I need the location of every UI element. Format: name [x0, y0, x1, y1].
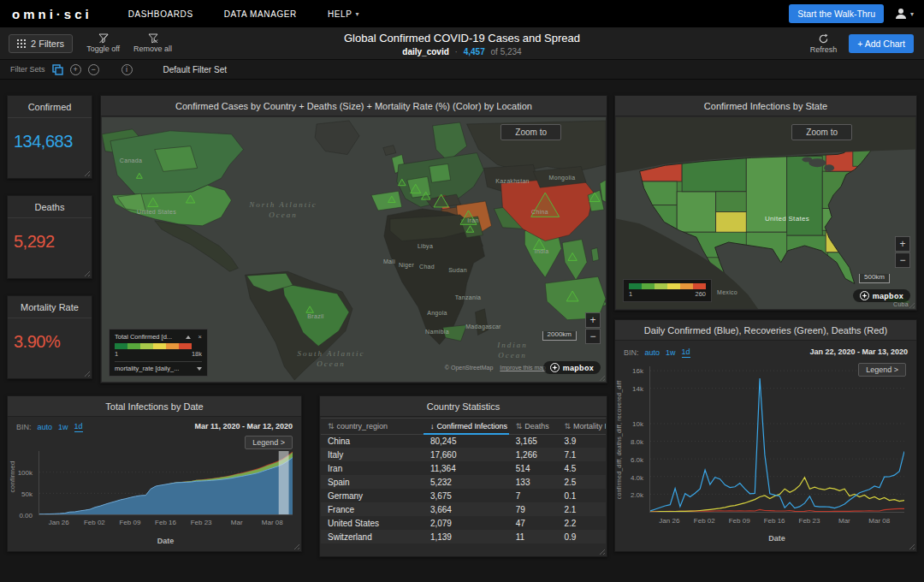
table-row-china[interactable]: China80,2453,1653.9	[321, 434, 606, 448]
nav-item-dashboards[interactable]: DASHBOARDS	[128, 9, 193, 19]
date-selection-band[interactable]	[279, 451, 289, 514]
series-confirmed_diff	[650, 378, 904, 511]
legend-color-step	[166, 343, 179, 349]
column-header-deaths[interactable]: ⇅Deaths	[509, 419, 558, 435]
y-tick-label: 6.0k	[631, 455, 643, 463]
table-cell: 80,245	[424, 434, 509, 448]
resize-handle[interactable]	[82, 269, 90, 276]
us-zoom-to-button[interactable]: Zoom to	[791, 124, 852, 140]
zoom-out-button[interactable]: −	[895, 252, 910, 268]
column-header-confirmed-infections[interactable]: ↓Confirmed Infections	[424, 419, 509, 435]
world-map-card: Confirmed Cases by Country + Deaths (Siz…	[100, 95, 607, 383]
legend-button[interactable]: Legend >	[858, 363, 906, 377]
table-cell: 7	[509, 489, 558, 502]
nav-item-help[interactable]: HELP▾	[328, 9, 359, 19]
table-row-spain[interactable]: Spain5,2321332.5	[321, 475, 606, 489]
kpi-card-confirmed: Confirmed 134,683	[7, 95, 92, 179]
info-icon[interactable]: i	[121, 64, 133, 75]
daily-bin-1w[interactable]: 1w	[666, 348, 676, 357]
mapbox-logo[interactable]: mapbox	[543, 361, 601, 374]
header-right-tools: Refresh + Add Chart	[810, 33, 914, 54]
expand-icon[interactable]	[197, 367, 202, 371]
kpi-card-mortality-rate: Mortality Rate 3.90%	[7, 295, 92, 379]
resize-handle[interactable]	[907, 542, 915, 549]
us-map-card: Confirmed Infections by State	[614, 95, 917, 311]
table-scroll-area[interactable]: ⇅country_region↓Confirmed Infections⇅Dea…	[321, 418, 606, 555]
remove-all-label: Remove all	[133, 45, 172, 53]
area-bin-auto[interactable]: auto	[38, 423, 53, 431]
osm-attribution[interactable]: © OpenStreetMap	[445, 365, 494, 371]
collapse-icon[interactable]	[186, 336, 191, 339]
area-chart-card: Total Infections by Date BIN:auto1w1d Ma…	[7, 395, 302, 552]
refresh-button[interactable]: Refresh	[810, 33, 838, 54]
world-map[interactable]: CanadaUnited StatesBrazilKazakhstanMongo…	[102, 117, 606, 382]
daily-bin-1d[interactable]: 1d	[682, 347, 690, 358]
nav-item-data-manager[interactable]: DATA MANAGER	[224, 9, 297, 19]
daily-bin-auto[interactable]: auto	[645, 348, 660, 357]
add-chart-button[interactable]: + Add Chart	[849, 34, 914, 53]
scale-max: 18k	[192, 350, 202, 358]
remove-filter-set-icon[interactable]: −	[88, 64, 99, 75]
column-label: Confirmed Infections	[436, 422, 507, 431]
dataset-name[interactable]: daily_covid	[402, 47, 448, 56]
remove-all-button[interactable]: Remove all	[133, 33, 172, 53]
nav-item-label: DATA MANAGER	[224, 9, 297, 19]
table-cell: France	[321, 502, 424, 516]
zoom-in-button[interactable]: +	[895, 236, 910, 252]
resize-handle[interactable]	[292, 542, 299, 549]
y-tick-label: 8.0k	[631, 438, 643, 446]
table-cell: 5,232	[424, 475, 509, 489]
legend-color-step	[629, 283, 642, 289]
filter-set-icon[interactable]	[52, 64, 63, 75]
column-header-country_region[interactable]: ⇅country_region	[321, 419, 424, 435]
table-cell: Italy	[321, 448, 424, 461]
legend-color-step	[654, 283, 667, 289]
table-cell: 3.9	[557, 434, 606, 448]
filters-button[interactable]: 2 Filters	[9, 34, 73, 53]
table-row-germany[interactable]: Germany3,67570.1	[321, 489, 606, 502]
table-row-france[interactable]: France3,664792.1	[321, 502, 606, 516]
table-row-iran[interactable]: Iran11,3645144.5	[321, 461, 606, 475]
us-map-legend[interactable]: 1 260	[623, 279, 712, 302]
zoom-out-button[interactable]: −	[585, 329, 601, 344]
table-cell: 514	[509, 461, 558, 475]
close-icon[interactable]: ×	[198, 333, 202, 341]
current-filter-set[interactable]: Default Filter Set	[163, 65, 227, 74]
user-menu[interactable]: ▾	[894, 7, 914, 21]
mapbox-wordmark: mapbox	[873, 292, 903, 300]
x-tick-label: Feb 16	[764, 517, 785, 525]
resize-handle[interactable]	[82, 169, 90, 176]
refresh-label: Refresh	[810, 45, 838, 54]
table-row-italy[interactable]: Italy17,6601,2667.1	[321, 448, 606, 461]
table-cell: 11	[509, 530, 558, 543]
toggle-off-button[interactable]: Toggle off	[86, 33, 120, 53]
us-map[interactable]: United StatesMexicoCuba Zoom to 1 260 + …	[616, 117, 915, 309]
world-zoom-controls: + −	[585, 312, 601, 344]
add-filter-set-icon[interactable]: +	[70, 64, 81, 75]
rows-selected: 4,457	[464, 47, 485, 56]
column-header-mortality-rate[interactable]: ⇅Mortality Rate	[557, 419, 606, 435]
table-row-switzerland[interactable]: Switzerland1,139110.9	[321, 530, 606, 543]
user-icon	[894, 7, 908, 21]
area-bin-1d[interactable]: 1d	[74, 422, 83, 432]
table-cell: 2.5	[557, 475, 606, 489]
sort-icon: ⇅	[564, 422, 571, 431]
area-bin-1w[interactable]: 1w	[58, 423, 68, 431]
table-row-united-states[interactable]: United States2,079472.2	[321, 516, 606, 530]
mapbox-logo[interactable]: mapbox	[853, 289, 910, 302]
omnisci-logo[interactable]: omni·sci	[12, 7, 92, 21]
resize-handle[interactable]	[82, 369, 90, 377]
walkthru-button[interactable]: Start the Walk-Thru	[789, 4, 884, 23]
bin-selector: BIN:auto1w1d	[16, 422, 83, 432]
total-infections-area-chart[interactable]	[38, 451, 293, 515]
world-map-legend[interactable]: Total Confirmed [d... × 1 18k mortality_…	[109, 329, 208, 377]
dashboard-title[interactable]: Global Confirmed COVID-19 Cases and Spre…	[344, 32, 580, 45]
improve-map-link[interactable]: Improve this map	[500, 365, 546, 371]
daily-line-chart[interactable]	[649, 366, 904, 513]
zoom-in-button[interactable]: +	[585, 312, 601, 328]
legend-secondary[interactable]: mortality_rate [daily_...	[115, 361, 202, 372]
area-confirmed	[39, 458, 293, 514]
legend-button[interactable]: Legend >	[245, 436, 293, 449]
map-scale: 500km	[859, 274, 890, 283]
world-zoom-to-button[interactable]: Zoom to	[500, 124, 561, 140]
